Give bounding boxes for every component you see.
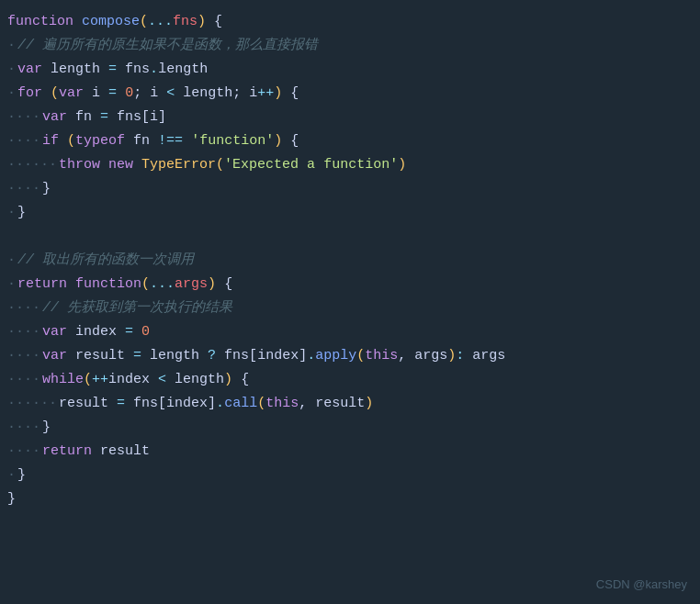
code-line-12: · return function ( ... args ) { [0, 274, 700, 297]
code-line-8: ···· } [0, 178, 700, 202]
code-line-7: ······ throw new TypeError ( 'Expected a… [0, 154, 700, 178]
code-line-5: ···· var fn = fns [ i ] [0, 106, 700, 130]
comment-first-result: // 先获取到第一次执行的结果 [42, 297, 232, 319]
code-line-20: · } [0, 464, 700, 488]
code-line-13: ···· // 先获取到第一次执行的结果 [0, 297, 700, 321]
code-line-empty1 [0, 226, 700, 250]
comment-traverse: // 遍历所有的原生如果不是函数，那么直接报错 [17, 35, 318, 57]
code-line-4: · for ( var i = 0 ; i < length; i ++ ) { [0, 83, 700, 106]
code-editor: function compose ( ... fns ) { · // 遍历所有… [0, 7, 700, 516]
code-line-3: · var length = fns . length [0, 59, 700, 83]
code-line-17: ······ result = fns [ index ] . call ( t… [0, 393, 700, 417]
code-line-19: ···· return result [0, 441, 700, 464]
fn-name-compose: compose [82, 11, 140, 33]
keyword-function: function [7, 11, 73, 33]
code-line-11: · // 取出所有的函数一次调用 [0, 250, 700, 274]
code-line-14: ···· var index = 0 [0, 321, 700, 345]
comment-call: // 取出所有的函数一次调用 [17, 250, 194, 272]
code-line-6: ···· if ( typeof fn !== 'function' ) { [0, 130, 700, 154]
watermark: CSDN @karshey [596, 576, 687, 595]
code-line-21: } [0, 488, 700, 512]
code-line-9: · } [0, 202, 700, 226]
code-line-15: ···· var result = length ? fns [ index ]… [0, 345, 700, 369]
code-line-16: ···· while ( ++ index < length ) { [0, 369, 700, 393]
code-line-18: ···· } [0, 417, 700, 441]
code-line-2: · // 遍历所有的原生如果不是函数，那么直接报错 [0, 35, 700, 59]
code-line-1: function compose ( ... fns ) { [0, 11, 700, 35]
